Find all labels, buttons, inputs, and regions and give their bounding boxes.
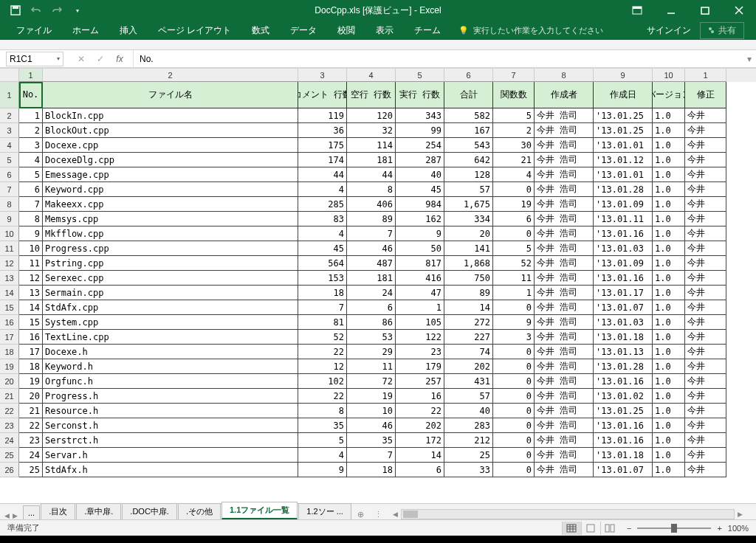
row-header[interactable]: 21	[0, 389, 19, 404]
cell-blank[interactable]: 114	[347, 138, 396, 153]
cell-version[interactable]: 1.0	[653, 212, 685, 226]
row-header[interactable]: 2	[0, 108, 19, 123]
cell-date[interactable]: '13.01.25	[594, 404, 653, 418]
page-break-view-icon[interactable]	[600, 522, 619, 535]
cell-modifier[interactable]: 今井	[685, 271, 726, 286]
cell-exec[interactable]: 105	[396, 315, 444, 330]
scroll-left-icon[interactable]: ◀	[393, 511, 398, 518]
cell-filename[interactable]: Resource.h	[43, 404, 298, 418]
minimize-button[interactable]	[654, 0, 688, 21]
cell-filename[interactable]: Memsys.cpp	[43, 212, 298, 226]
cell-date[interactable]: '13.01.07	[594, 463, 653, 477]
cell-modifier[interactable]: 今井	[685, 153, 726, 167]
cell-blank[interactable]: 86	[347, 315, 396, 330]
cell-modifier[interactable]: 今井	[685, 448, 726, 463]
cell-total[interactable]: 167	[444, 123, 493, 138]
cell-date[interactable]: '13.01.18	[594, 330, 653, 345]
row-header[interactable]: 11	[0, 241, 19, 256]
cell-date[interactable]: '13.01.16	[594, 226, 653, 241]
cell-modifier[interactable]: 今井	[685, 182, 726, 197]
cell-total[interactable]: 57	[444, 389, 493, 404]
cell-funcs[interactable]: 1	[493, 286, 535, 300]
cell-date[interactable]: '13.01.28	[594, 182, 653, 197]
cell-no[interactable]: 5	[19, 167, 43, 182]
column-header[interactable]: 1	[19, 69, 43, 82]
cell-total[interactable]: 25	[444, 448, 493, 463]
cell-funcs[interactable]: 0	[493, 389, 535, 404]
cancel-formula-icon[interactable]: ✕	[75, 53, 87, 65]
cell-date[interactable]: '13.01.13	[594, 345, 653, 359]
cell-funcs[interactable]: 0	[493, 404, 535, 418]
sheet-nav-next-icon[interactable]: ▶	[13, 512, 18, 519]
cell-author[interactable]: 今井 浩司	[535, 286, 594, 300]
row-header[interactable]: 13	[0, 271, 19, 286]
cell-comment[interactable]: 119	[298, 108, 347, 123]
column-header[interactable]: 9	[594, 69, 653, 82]
cell-total[interactable]: 40	[444, 404, 493, 418]
cell-total[interactable]: 141	[444, 241, 493, 256]
row-header[interactable]: 5	[0, 153, 19, 167]
cell-date[interactable]: '13.01.16	[594, 418, 653, 433]
formula-input[interactable]: No.	[133, 50, 743, 67]
cell-funcs[interactable]: 0	[493, 448, 535, 463]
ribbon-options-icon[interactable]	[620, 0, 654, 21]
cell-total[interactable]: 283	[444, 418, 493, 433]
cell-no[interactable]: 24	[19, 448, 43, 463]
cell-date[interactable]: '13.01.03	[594, 241, 653, 256]
cell-no[interactable]: 1	[19, 108, 43, 123]
cell-version[interactable]: 1.0	[653, 404, 685, 418]
cell-version[interactable]: 1.0	[653, 359, 685, 374]
cell-modifier[interactable]: 今井	[685, 197, 726, 212]
cell-exec[interactable]: 50	[396, 241, 444, 256]
undo-icon[interactable]	[30, 4, 43, 17]
column-header[interactable]: 2	[43, 69, 298, 82]
cell-funcs[interactable]: 9	[493, 315, 535, 330]
redo-icon[interactable]	[50, 4, 63, 17]
cell-filename[interactable]: Emessage.cpp	[43, 167, 298, 182]
cell-comment[interactable]: 175	[298, 138, 347, 153]
cell-funcs[interactable]: 4	[493, 167, 535, 182]
cell-total[interactable]: 750	[444, 271, 493, 286]
header-comment-lines[interactable]: コメント 行数	[298, 82, 347, 108]
select-all-corner[interactable]	[0, 69, 19, 82]
cell-author[interactable]: 今井 浩司	[535, 197, 594, 212]
cell-filename[interactable]: Serconst.h	[43, 418, 298, 433]
cell-filename[interactable]: BlockOut.cpp	[43, 123, 298, 138]
ribbon-tab-insert[interactable]: 挿入	[109, 21, 148, 40]
cell-comment[interactable]: 22	[298, 345, 347, 359]
sheet-tab[interactable]: .その他	[178, 503, 221, 519]
column-header[interactable]: 7	[493, 69, 535, 82]
cell-modifier[interactable]: 今井	[685, 389, 726, 404]
cell-blank[interactable]: 89	[347, 212, 396, 226]
cell-total[interactable]: 1,868	[444, 256, 493, 271]
cell-modifier[interactable]: 今井	[685, 108, 726, 123]
cell-no[interactable]: 11	[19, 256, 43, 271]
cell-total[interactable]: 582	[444, 108, 493, 123]
cell-comment[interactable]: 153	[298, 271, 347, 286]
cell-author[interactable]: 今井 浩司	[535, 330, 594, 345]
cell-exec[interactable]: 6	[396, 463, 444, 477]
cell-version[interactable]: 1.0	[653, 241, 685, 256]
cell-total[interactable]: 227	[444, 330, 493, 345]
cell-comment[interactable]: 7	[298, 300, 347, 315]
cell-no[interactable]: 25	[19, 463, 43, 477]
row-header[interactable]: 4	[0, 138, 19, 153]
zoom-in-button[interactable]: +	[717, 524, 721, 533]
cell-modifier[interactable]: 今井	[685, 123, 726, 138]
cell-modifier[interactable]: 今井	[685, 433, 726, 448]
cell-modifier[interactable]: 今井	[685, 167, 726, 182]
cell-exec[interactable]: 14	[396, 448, 444, 463]
cell-comment[interactable]: 5	[298, 433, 347, 448]
cell-total[interactable]: 543	[444, 138, 493, 153]
cell-version[interactable]: 1.0	[653, 300, 685, 315]
cell-comment[interactable]: 102	[298, 374, 347, 389]
cell-filename[interactable]: Mkfflow.cpp	[43, 226, 298, 241]
cell-comment[interactable]: 4	[298, 182, 347, 197]
cell-filename[interactable]: Keyword.h	[43, 359, 298, 374]
cell-exec[interactable]: 172	[396, 433, 444, 448]
cell-no[interactable]: 17	[19, 345, 43, 359]
cell-exec[interactable]: 984	[396, 197, 444, 212]
cell-filename[interactable]: Docexe.h	[43, 345, 298, 359]
cell-no[interactable]: 22	[19, 418, 43, 433]
cell-blank[interactable]: 19	[347, 389, 396, 404]
